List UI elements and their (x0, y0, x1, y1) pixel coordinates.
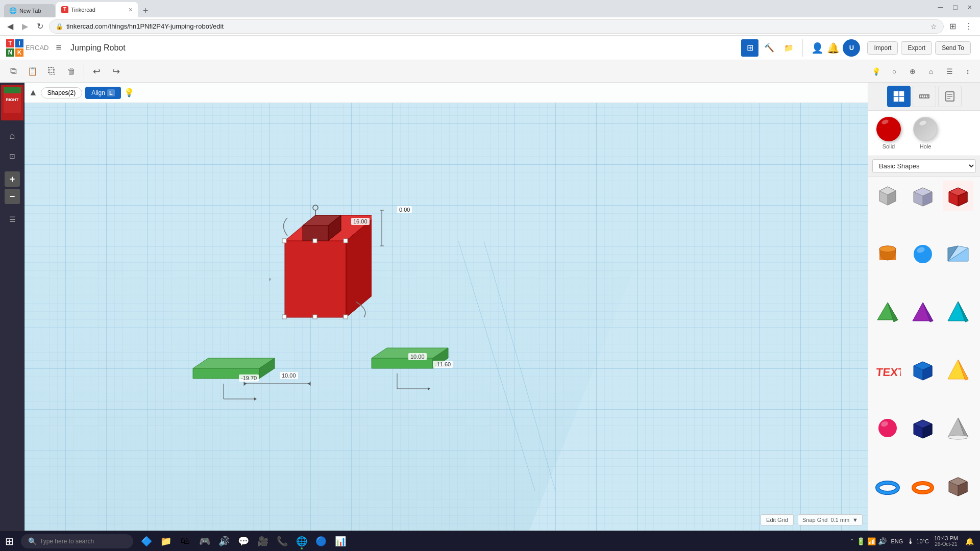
lamp-hint-button[interactable]: 💡 (124, 88, 134, 97)
send-to-button[interactable]: Send To (935, 41, 971, 55)
shape-item-box-red[interactable] (943, 181, 973, 211)
tab-close-icon[interactable]: × (129, 6, 133, 14)
shapes-count-pill[interactable]: Shapes(2) (41, 87, 82, 98)
solid-type-item[interactable]: Solid (876, 117, 901, 149)
shape-item-pyramid-purple[interactable] (908, 296, 938, 327)
taskbar-icon-discord[interactable]: 💬 (234, 532, 253, 550)
shape-item-sphere[interactable] (908, 239, 938, 269)
snap-grid-value: 0.1 mm (830, 517, 849, 523)
duplicate-button[interactable]: ⿻ (43, 62, 61, 81)
fit-view-button[interactable]: ⊡ (3, 147, 21, 165)
taskbar-icon-edge[interactable]: 🌐 (292, 532, 311, 550)
shape-item-wedge[interactable] (943, 239, 973, 269)
redo-button[interactable]: ↪ (107, 62, 125, 81)
taskbar-icon-zoom[interactable]: 🎥 (254, 532, 272, 550)
chart-icon-btn[interactable]: ↕ (960, 63, 976, 80)
app-title[interactable]: Jumping Robot (70, 43, 126, 53)
delete-button[interactable]: 🗑 (62, 62, 81, 81)
minimize-button[interactable]: ─ (934, 2, 947, 12)
align-button[interactable]: Align L (85, 87, 120, 99)
taskbar-icon-app1[interactable]: 🔊 (215, 532, 233, 550)
right-grid-view-btn[interactable] (887, 86, 911, 107)
shape-item-wood-brown[interactable] (943, 470, 973, 501)
maximize-button[interactable]: □ (949, 2, 961, 12)
paste-button[interactable]: 📋 (23, 62, 42, 81)
browser-menu-button[interactable]: ⋮ (962, 20, 976, 33)
tray-arrow[interactable]: ⌃ (849, 538, 854, 545)
keyboard-layout[interactable]: ENG (889, 537, 905, 545)
list-icon-btn[interactable]: ☰ (941, 63, 958, 80)
undo-button[interactable]: ↩ (87, 62, 106, 81)
magnet-icon-btn[interactable]: ⊕ (904, 63, 921, 80)
shape-item-box-grey1[interactable] (872, 181, 903, 211)
view-cube-widget[interactable]: RIGHT (1, 85, 23, 120)
extensions-button[interactable]: ⊞ (946, 20, 959, 33)
robot-3d-object[interactable] (270, 200, 372, 344)
svg-marker-14 (285, 241, 346, 317)
taskbar-time-block[interactable]: 10:43 PM 26-Oct-21 (931, 534, 961, 548)
light-icon-btn[interactable]: ○ (886, 63, 902, 80)
shape-item-torus-blue[interactable] (872, 470, 903, 501)
tinkercad-logo[interactable]: T I N K ERCAD (5, 38, 49, 58)
close-button[interactable]: × (964, 2, 976, 12)
edit-grid-button[interactable]: Edit Grid (761, 514, 794, 525)
shape-item-torus-orange[interactable] (908, 470, 938, 501)
start-button[interactable]: ⊞ (0, 532, 19, 550)
system-tray: ⌃ 🔋 📶 🔊 ENG 🌡 10°C 10:43 PM 26-Oct-21 🔔 (845, 534, 980, 548)
hammer-build-button[interactable]: 🔨 (761, 39, 778, 57)
reload-button[interactable]: ↻ (34, 20, 46, 33)
shape-item-text[interactable]: TEXT (872, 355, 903, 385)
shape-item-box-grey2[interactable] (908, 181, 938, 211)
shape-item-cone-grey[interactable] (943, 413, 973, 443)
taskbar-icon-steam[interactable]: 🎮 (195, 532, 214, 550)
shape-item-box-darkblue[interactable] (908, 413, 938, 443)
bookmark-icon[interactable]: ☆ (930, 22, 937, 31)
toggle-icon-btn[interactable]: ⌂ (923, 63, 939, 80)
copy-button[interactable]: ⧉ (4, 62, 22, 81)
taskbar-search-bar[interactable]: 🔍 Type here to search (21, 534, 133, 548)
svg-rect-52 (894, 97, 898, 102)
shapes-category-select[interactable]: Basic Shapes Featured Text & Numbers (872, 159, 976, 173)
taskbar-icon-skype[interactable]: 📞 (273, 532, 291, 550)
url-text[interactable]: tinkercad.com/things/hn1PNfi2P4Y-jumping… (66, 22, 927, 30)
shape-item-pyramid-yellow[interactable] (943, 355, 973, 385)
taskbar-icon-cortana[interactable]: 🔷 (137, 532, 156, 550)
snap-dropdown-arrow[interactable]: ▼ (852, 517, 858, 523)
home-view-button[interactable]: ⌂ (3, 127, 21, 145)
notifications-button[interactable]: 🔔 (827, 42, 840, 54)
shape-item-pyramid-green[interactable] (872, 296, 903, 327)
forward-button[interactable]: ▶ (19, 20, 31, 33)
zoom-out-button[interactable]: − (5, 189, 20, 204)
right-notes-btn[interactable] (938, 86, 962, 107)
taskbar-icon-excel[interactable]: 📊 (331, 532, 350, 550)
menu-icon[interactable]: ≡ (53, 40, 65, 55)
account-button[interactable]: 👤 (811, 42, 824, 54)
projects-folder-button[interactable]: 📁 (780, 39, 797, 57)
shape-item-cylinder[interactable] (872, 239, 903, 269)
notes-icon-btn[interactable]: 💡 (868, 63, 884, 80)
collapse-panel-button[interactable]: ▲ (29, 87, 38, 98)
shape-item-pyramid-cyan[interactable] (943, 296, 973, 327)
new-tab-button[interactable]: + (139, 4, 153, 17)
right-ruler-btn[interactable] (913, 86, 936, 107)
back-button[interactable]: ◀ (4, 20, 16, 33)
canvas-area[interactable]: ▲ Shapes(2) Align L 💡 (24, 83, 868, 531)
shapes-grid: TEXT (868, 177, 980, 531)
taskbar-icon-explorer[interactable]: 📁 (157, 532, 175, 550)
shape-item-box-blue[interactable] (908, 355, 938, 385)
address-bar[interactable]: 🔒 tinkercad.com/things/hn1PNfi2P4Y-jumpi… (49, 19, 944, 34)
export-button[interactable]: Export (901, 41, 932, 55)
import-button[interactable]: Import (867, 41, 898, 55)
user-avatar[interactable]: U (843, 39, 860, 57)
notifications-icon[interactable]: 🔔 (963, 536, 976, 546)
browser-tab-other1[interactable]: 🌐New Tab (4, 4, 55, 17)
grid-3d-view-button[interactable]: ⊞ (741, 39, 758, 57)
zoom-in-button[interactable]: + (5, 171, 20, 187)
shape-item-sphere-pink[interactable] (872, 413, 903, 443)
browser-tab-active[interactable]: T Tinkercad × (56, 2, 138, 17)
taskbar-icon-store[interactable]: 🛍 (176, 532, 194, 550)
hole-type-item[interactable]: Hole (913, 117, 938, 149)
taskbar-icon-browser[interactable]: 🔵 (312, 532, 330, 550)
layers-button[interactable]: ☰ (3, 210, 21, 229)
taskbar-app-icons: 🔷 📁 🛍 🎮 🔊 💬 🎥 📞 🌐 🔵 📊 (135, 532, 352, 550)
